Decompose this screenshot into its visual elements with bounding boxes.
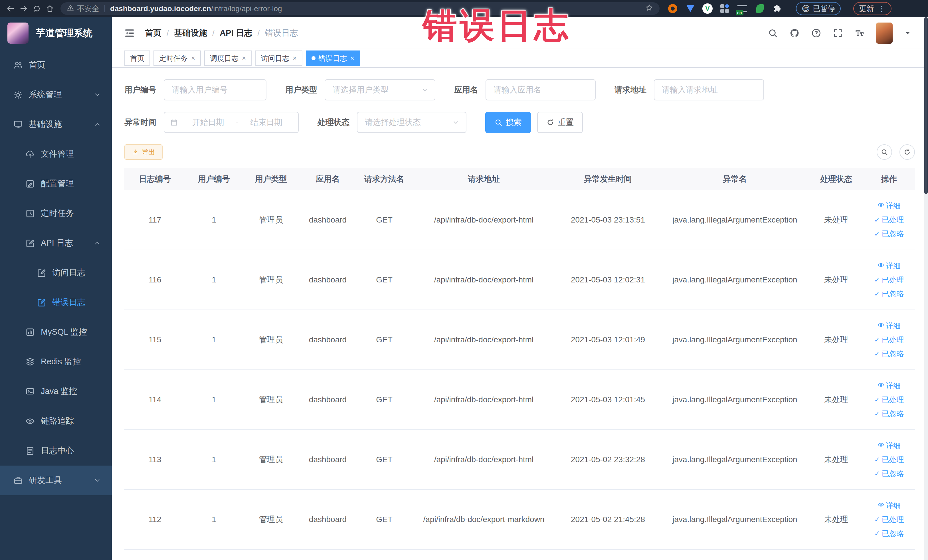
help-icon[interactable]: [811, 28, 821, 38]
tab-close-icon[interactable]: ×: [191, 55, 195, 62]
sidebar-item[interactable]: 研发工具: [0, 465, 112, 495]
table-header-row: 日志编号用户编号用户类型应用名请求方法名请求地址异常发生时间异常名处理状态操作: [124, 168, 915, 190]
view-tab[interactable]: 调度日志×: [204, 50, 252, 66]
detail-link[interactable]: 详细: [878, 201, 901, 211]
extension-shield-icon[interactable]: [685, 3, 696, 14]
processed-link[interactable]: ✓已处理: [874, 335, 904, 345]
extension-vue-devtools-icon[interactable]: V: [702, 3, 713, 14]
detail-link[interactable]: 详细: [878, 500, 901, 511]
refresh-button[interactable]: [899, 144, 915, 160]
browser-menu-icon[interactable]: ⋮: [878, 4, 886, 14]
breadcrumb-item[interactable]: 首页: [145, 27, 162, 39]
export-button[interactable]: 导出: [124, 144, 163, 160]
ignored-label: 已忽略: [882, 229, 904, 239]
detail-link[interactable]: 详细: [878, 261, 901, 271]
processed-link[interactable]: ✓已处理: [874, 515, 904, 525]
detail-link[interactable]: 详细: [878, 321, 901, 331]
sidebar-item[interactable]: 文件管理: [0, 139, 112, 169]
sidebar-item[interactable]: MySQL 监控: [0, 317, 112, 347]
check-icon: ✓: [874, 516, 880, 523]
ignored-link[interactable]: ✓已忽略: [874, 289, 904, 299]
page-scrollbar[interactable]: [924, 17, 928, 560]
processed-link[interactable]: ✓已处理: [874, 275, 904, 285]
sidebar-logo[interactable]: 芋道管理系统: [0, 17, 112, 49]
sidebar-item[interactable]: 系统管理: [0, 80, 112, 110]
sidebar-item[interactable]: API 日志: [0, 228, 112, 258]
sidebar-item[interactable]: 配置管理: [0, 169, 112, 198]
browser-reload-icon[interactable]: [30, 2, 43, 15]
extension-orange-icon[interactable]: [667, 3, 678, 14]
column-header: 应用名: [299, 168, 356, 190]
view-tab[interactable]: 错误日志×: [306, 50, 360, 66]
github-icon[interactable]: [789, 28, 800, 38]
sidebar-item[interactable]: 日志中心: [0, 436, 112, 465]
sidebar-item[interactable]: 访问日志: [0, 258, 112, 288]
search-button[interactable]: 搜索: [485, 112, 531, 133]
view-tab[interactable]: 定时任务×: [154, 50, 201, 66]
processed-link[interactable]: ✓已处理: [874, 215, 904, 225]
check-icon: ✓: [874, 410, 880, 418]
tab-close-icon[interactable]: ×: [350, 55, 354, 62]
ignored-label: 已忽略: [882, 529, 904, 539]
browser-back-icon[interactable]: [4, 2, 17, 15]
fullscreen-icon[interactable]: [833, 28, 843, 38]
extension-grid-icon[interactable]: [719, 3, 730, 14]
sidebar-item[interactable]: Java 监控: [0, 377, 112, 406]
browser-home-icon[interactable]: [43, 2, 56, 15]
cell-user-type: 管理员: [243, 250, 299, 310]
sidebar-item[interactable]: 错误日志: [0, 288, 112, 317]
app-name-input[interactable]: [485, 79, 596, 101]
hide-search-button[interactable]: [877, 144, 892, 160]
cell-method: GET: [356, 430, 412, 490]
exception-time-range-picker[interactable]: 开始日期 - 结束日期: [164, 112, 299, 133]
sidebar-item[interactable]: 首页: [0, 50, 112, 80]
bookmark-star-icon[interactable]: [645, 4, 653, 14]
ignored-link[interactable]: ✓已忽略: [874, 409, 904, 419]
reset-button[interactable]: 重置: [537, 112, 583, 133]
sidebar-item[interactable]: 定时任务: [0, 198, 112, 228]
processed-link[interactable]: ✓已处理: [874, 455, 904, 465]
table-row: 1131管理员dashboardGET/api/infra/db-doc/exp…: [124, 430, 915, 490]
ignored-link[interactable]: ✓已忽略: [874, 229, 904, 239]
security-chip[interactable]: 不安全: [67, 4, 99, 14]
profile-paused-badge[interactable]: 😄 已暂停: [796, 2, 841, 15]
sidebar-item[interactable]: 基础设施: [0, 110, 112, 139]
breadcrumb-item[interactable]: API 日志: [220, 27, 252, 39]
extension-switch-icon[interactable]: on: [737, 3, 748, 14]
extensions-puzzle-icon[interactable]: [772, 3, 783, 14]
request-url-input[interactable]: [654, 79, 764, 101]
browser-forward-icon[interactable]: [17, 2, 30, 15]
ignored-link[interactable]: ✓已忽略: [874, 349, 904, 359]
ignored-link[interactable]: ✓已忽略: [874, 469, 904, 479]
search-icon[interactable]: [768, 28, 778, 38]
sidebar-item-label: MySQL 监控: [41, 327, 87, 338]
cell-url: /api/infra/db-doc/export-markdown: [412, 490, 555, 549]
user-id-input[interactable]: [164, 79, 266, 101]
view-tab[interactable]: 访问日志×: [255, 50, 302, 66]
sidebar-item-label: 日志中心: [41, 445, 74, 456]
detail-link[interactable]: 详细: [878, 441, 901, 451]
sidebar-toggle-icon[interactable]: [124, 27, 135, 39]
browser-update-badge[interactable]: 更新 ⋮: [853, 2, 891, 15]
ignored-link[interactable]: ✓已忽略: [874, 529, 904, 539]
sidebar-item[interactable]: Redis 监控: [0, 347, 112, 377]
view-tab[interactable]: 首页: [124, 50, 150, 66]
cell-status: 未处理: [809, 370, 863, 430]
cell-exception: java.lang.IllegalArgumentException: [661, 190, 809, 250]
tab-close-icon[interactable]: ×: [242, 55, 246, 62]
process-status-select[interactable]: 请选择处理状态: [357, 112, 466, 133]
user-type-select[interactable]: 请选择用户类型: [325, 79, 435, 101]
scrollbar-thumb[interactable]: [924, 17, 928, 194]
font-size-icon[interactable]: [855, 28, 865, 38]
sidebar-item[interactable]: 链路追踪: [0, 406, 112, 436]
tab-close-icon[interactable]: ×: [293, 55, 297, 62]
detail-link[interactable]: 详细: [878, 381, 901, 391]
user-menu-caret-icon[interactable]: [904, 29, 911, 37]
processed-link[interactable]: ✓已处理: [874, 395, 904, 405]
process-status-label: 处理状态: [317, 117, 350, 128]
breadcrumb-item[interactable]: 基础设施: [174, 27, 207, 39]
cell-user-id: 1: [185, 490, 243, 549]
user-avatar[interactable]: [876, 23, 893, 44]
chevron-up-icon: [93, 240, 101, 247]
extension-leaf-icon[interactable]: [754, 3, 766, 14]
